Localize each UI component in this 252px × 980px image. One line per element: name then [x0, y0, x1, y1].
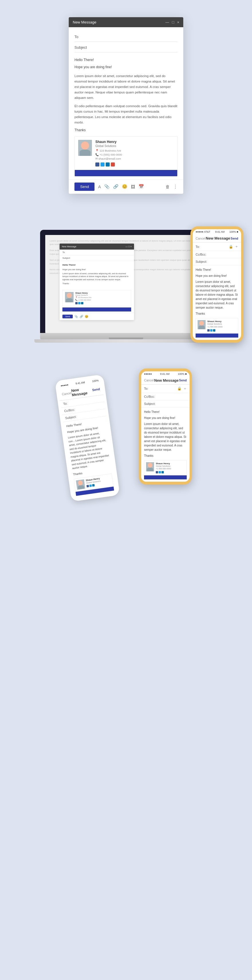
phone-to-input-back[interactable]: [75, 399, 101, 402]
phone-sig-details-1: Global Solutions +1 555 000-0000: [207, 323, 236, 328]
phone-screen-back: ●●●●● 9:41 AM 100% Cancel New Message Se…: [57, 377, 117, 498]
email-body: To Subject Hello There! Hope you are doi…: [69, 27, 183, 177]
phone-body-back: Hello There! Hope you are doing fine! Lo…: [63, 416, 117, 498]
laptop-foot: [34, 339, 218, 343]
link-icon[interactable]: 🔗: [113, 184, 119, 189]
laptop-mockup: Lorem ipsum dolor sit amet consectetur a…: [40, 230, 212, 343]
laptop-base: [40, 333, 212, 339]
phone-plus-icon-front[interactable]: ＋: [183, 386, 187, 391]
phone-sig-name-front: Shaun Henry: [156, 462, 185, 465]
phone-battery-back: 100%: [92, 379, 99, 383]
laptop-link-icon[interactable]: 🔗: [79, 315, 83, 318]
email-toolbar: Send A 📎 🔗 😊 🖼 📅 🗑 ⋮: [69, 180, 183, 194]
phone-cc-label-1: Cc/Bcc:: [196, 253, 206, 256]
phone-send-front[interactable]: Send: [179, 379, 187, 382]
section-laptop-phone: Lorem ipsum dolor sit amet consectetur a…: [0, 211, 252, 360]
paragraph2-text: Et odio pellentesque diam volutpat commo…: [74, 103, 178, 125]
phone-fb-icon-front: [156, 471, 158, 473]
phone-plus-icon-1[interactable]: ＋: [235, 244, 238, 249]
phone-tw-icon-front: [158, 471, 161, 473]
section-two-phones: ●●●●● 9:41 AM 100% Cancel New Message Se…: [0, 360, 252, 552]
phone-sig-info-back: Shaun Henry Global Solutions: [86, 476, 111, 488]
phone-screen-1: ●●●●● AT&T 9:41 AM 100% ■ Cancel New Mes…: [193, 229, 241, 340]
phone-outer-gold: ●●●●● AT&T 9:41 AM 100% ■ Cancel New Mes…: [190, 226, 243, 343]
laptop-fb-icon: [75, 302, 78, 304]
subject-field[interactable]: Subject: [74, 42, 178, 52]
signature-block: Shaun Henry Global Solutions 📍 123 Busin…: [74, 136, 178, 177]
phone-cancel-back[interactable]: Cancel: [62, 391, 72, 396]
phone-cc-row-1: Cc/Bcc:: [193, 251, 241, 258]
attach-icon[interactable]: 📎: [104, 184, 110, 189]
laptop-sig-detail2: 📍 123 Business Ave: [75, 296, 128, 299]
phone-stack: ●●●●● 9:41 AM 100% Cancel New Message Se…: [54, 369, 198, 535]
phone-body-1: Hello There! Hope you are doing fine! Lo…: [193, 265, 241, 340]
phone-sig-avatar-front: [146, 462, 154, 471]
phone-sig-details-front: Global Solutions +1 555 000-0000: [156, 465, 185, 471]
phone-signature-1: Shaun Henry Global Solutions +1 555 000-…: [196, 318, 238, 334]
phone-sig-phone-front: +1 555 000-0000: [156, 467, 185, 470]
image-icon[interactable]: 🖼: [131, 184, 135, 189]
phone-battery: 100% ■: [229, 231, 238, 233]
phone-cancel-btn-1[interactable]: Cancel: [196, 237, 205, 240]
phone-sig-role-front: Global Solutions: [156, 465, 185, 468]
sig-social: [95, 162, 174, 167]
emoji-icon[interactable]: 😊: [122, 184, 127, 189]
section-email-window: New Message — □ × To Subject Hello There…: [0, 0, 252, 211]
format-icon[interactable]: A: [98, 184, 101, 189]
titlebar-controls[interactable]: — □ ×: [165, 20, 179, 24]
phone-para-front: Lorem ipsum dolor sit amet, consectetur …: [144, 422, 187, 452]
phone-time-back: 9:41 AM: [75, 381, 85, 385]
minimize-icon[interactable]: —: [165, 20, 169, 24]
laptop-sig-detail: Global Solutions: [75, 294, 128, 296]
phone-subject-label-1: Subject:: [196, 260, 206, 263]
greeting-text: Hello There!: [74, 57, 178, 63]
laptop-sig-name: Shaun Henry: [75, 292, 128, 294]
delete-icon[interactable]: 🗑: [165, 184, 170, 189]
phone-send-back[interactable]: Send: [92, 387, 100, 392]
phone-sig-info-front: Shaun Henry Global Solutions +1 555 000-…: [156, 462, 185, 474]
phone-banner-front: [144, 476, 187, 479]
phone-compose-bar-1: Cancel New Message Send: [193, 234, 241, 242]
phone-send-btn-1[interactable]: Send: [230, 237, 238, 240]
laptop-attach-icon[interactable]: 📎: [74, 315, 78, 318]
paragraph1-text: Lorem ipsum dolor sit amet, consectetur …: [74, 73, 178, 100]
close-icon[interactable]: ×: [177, 20, 179, 24]
email-titlebar: New Message — □ ×: [69, 17, 183, 27]
to-field[interactable]: To: [74, 32, 178, 42]
signature-inner: Shaun Henry Global Solutions 📍 123 Busin…: [75, 137, 177, 170]
phone-outer-gold-front: ●●●●● 9:41 AM 100% ■ Cancel New Message …: [139, 369, 192, 485]
phone-li-icon-back: [92, 484, 95, 487]
more-icon[interactable]: ⋮: [173, 184, 178, 189]
hope-text: Hope you are doing fine!: [74, 64, 178, 70]
phone-subject-label-front: Subject:: [144, 402, 154, 406]
sig-detail1: 📍 123 Business Ave: [95, 149, 174, 153]
calendar-icon[interactable]: 📅: [139, 184, 144, 189]
phone-mockup-front: ●●●●● 9:41 AM 100% ■ Cancel New Message …: [139, 369, 192, 485]
laptop-toolbar: Send 📎 🔗 😊: [60, 313, 134, 320]
phone-fb-icon-back: [87, 485, 89, 487]
maximize-icon[interactable]: □: [172, 20, 174, 24]
phone-sig-avatar-back: [76, 479, 85, 489]
phone-para-1: Lorem ipsum dolor sit amet, consectetur …: [196, 280, 238, 310]
window-title: New Message: [73, 20, 96, 24]
phone-thanks-front: Thanks: [144, 453, 187, 458]
phone-cancel-front[interactable]: Cancel: [144, 379, 154, 382]
laptop-sig-avatar: [65, 292, 74, 302]
phone-sig-role-1: Global Solutions: [207, 323, 236, 326]
phone-to-label-1: To:: [196, 245, 206, 248]
laptop-emoji-icon[interactable]: 😊: [85, 315, 88, 318]
subject-label: Subject: [74, 45, 87, 49]
laptop-tw-icon: [78, 302, 81, 304]
google-icon: [111, 162, 115, 167]
laptop-li-icon: [81, 302, 83, 304]
email-compose-window: New Message — □ × To Subject Hello There…: [69, 17, 183, 194]
send-button[interactable]: Send: [74, 183, 95, 191]
phone-to-label-front: To:: [144, 387, 154, 390]
phone-hope-front: Hope you are doing fine!: [144, 416, 187, 420]
phone-li-icon-1: [213, 329, 216, 331]
phone-time: 9:41 AM: [215, 231, 225, 233]
laptop-send-btn[interactable]: Send: [62, 315, 73, 318]
sig-title1: Global Solutions: [95, 145, 174, 148]
phone-thanks-1: Thanks: [196, 312, 238, 316]
thanks-text: Thanks: [74, 128, 178, 132]
